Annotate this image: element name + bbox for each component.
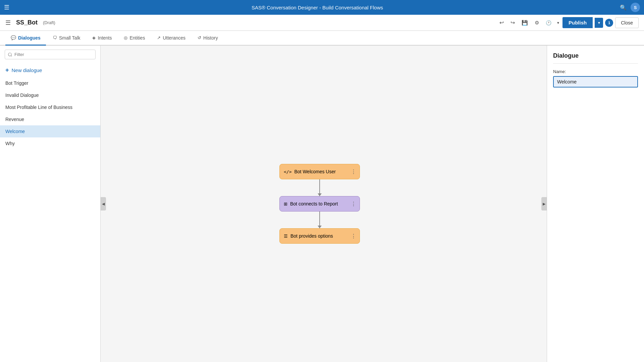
node2-label: Bot connects to Report [290,201,338,206]
intents-tab-icon: ◈ [92,35,96,40]
connector-2 [319,212,320,228]
sidebar: + New dialogue Bot Trigger Invalid Dialo… [0,46,101,362]
node3-icon: ☰ [284,234,288,239]
node-bot-provides-options[interactable]: ☰ Bot provides options ⋮ [279,228,360,244]
tab-small-talk[interactable]: 🗨 Small Talk [47,31,86,46]
new-dialogue-button[interactable]: + New dialogue [0,63,100,77]
dialogue-item-welcome[interactable]: Welcome [0,125,100,137]
tab-entities-label: Entities [129,35,145,41]
tab-utterances[interactable]: ↗ Utterances [152,31,191,46]
bot-name: SS_Bot [16,19,38,26]
name-field-group: Name: [553,69,638,87]
new-dialogue-label: New dialogue [12,67,42,73]
dialogue-name-input[interactable] [553,76,638,87]
node1-icon: </> [284,169,291,174]
flow-container: </> Bot Welcomes User ⋮ ⊞ Bot connects t… [279,164,360,244]
right-collapse-handle[interactable]: ▶ [541,197,547,210]
connector-1 [319,179,320,196]
tab-small-talk-label: Small Talk [59,35,80,41]
node-bot-welcomes-user[interactable]: </> Bot Welcomes User ⋮ [279,164,360,179]
hamburger-icon[interactable]: ☰ [4,4,9,11]
main-area: + New dialogue Bot Trigger Invalid Dialo… [0,46,644,362]
dialogue-list: Bot Trigger Invalid Dialogue Most Profit… [0,77,100,362]
tab-history-label: History [203,35,218,41]
tab-intents-label: Intents [98,35,112,41]
save-icon[interactable]: 💾 [519,18,530,27]
utterances-tab-icon: ↗ [157,35,161,40]
right-panel: Dialogue Name: [547,46,644,362]
node-bot-connects-report[interactable]: ⊞ Bot connects to Report ⋮ [279,196,360,212]
plus-icon: + [5,67,9,74]
filter-input[interactable] [5,50,96,59]
node2-icon: ⊞ [284,201,287,206]
draft-label: (Draft) [43,20,55,25]
name-field-label: Name: [553,69,638,74]
top-bar: ☰ SAS® Conversation Designer - Build Con… [0,0,644,15]
filter-wrap [0,50,100,63]
dialogue-item-bot-trigger[interactable]: Bot Trigger [0,77,100,89]
tab-dialogues[interactable]: 💬 Dialogues [5,31,46,46]
canvas: </> Bot Welcomes User ⋮ ⊞ Bot connects t… [101,46,547,362]
tab-history[interactable]: ↺ History [192,31,223,46]
menu-toggle-icon[interactable]: ☰ [5,19,11,26]
dialogue-item-invalid[interactable]: Invalid Dialogue [0,89,100,101]
notification-badge[interactable]: 1 [605,19,613,27]
publish-dropdown-button[interactable]: ▾ [595,18,603,28]
tab-entities[interactable]: ◎ Entities [118,31,150,46]
app-title: SAS® Conversation Designer - Build Conve… [15,5,620,10]
dropdown-arrow-icon[interactable]: ▾ [556,19,560,27]
canvas-area: ◀ ▶ </> Bot Welcomes User ⋮ ⊞ [101,46,547,362]
left-collapse-handle[interactable]: ◀ [101,197,106,210]
time-icon[interactable]: 🕐 [543,18,554,27]
history-tab-icon: ↺ [198,35,201,40]
tab-bar: 💬 Dialogues 🗨 Small Talk ◈ Intents ◎ Ent… [0,31,644,46]
tab-intents[interactable]: ◈ Intents [87,31,117,46]
dialogues-tab-icon: 💬 [11,35,16,40]
node3-more-button[interactable]: ⋮ [347,229,360,243]
avatar[interactable]: S [631,3,640,12]
node1-more-button[interactable]: ⋮ [347,164,360,179]
tab-utterances-label: Utterances [163,35,185,41]
panel-title: Dialogue [553,52,638,64]
dialogue-item-most-profitable[interactable]: Most Profitable Line of Business [0,101,100,113]
second-bar: ☰ SS_Bot (Draft) ↩ ↪ 💾 ⚙ 🕐 ▾ Publish ▾ 1… [0,15,644,31]
small-talk-tab-icon: 🗨 [53,35,57,40]
node1-label: Bot Welcomes User [294,169,335,174]
tab-dialogues-label: Dialogues [18,35,41,41]
dialogue-item-revenue[interactable]: Revenue [0,113,100,125]
node2-more-button[interactable]: ⋮ [347,196,360,211]
search-icon-top[interactable]: 🔍 [620,4,627,11]
node3-label: Bot provides options [290,233,333,239]
entities-tab-icon: ◎ [124,35,127,40]
dialogue-item-why[interactable]: Why [0,137,100,149]
undo-icon[interactable]: ↩ [497,18,506,27]
settings-icon[interactable]: ⚙ [532,18,541,27]
publish-button[interactable]: Publish [562,17,593,28]
close-button[interactable]: Close [615,17,639,28]
redo-icon[interactable]: ↪ [508,18,517,27]
